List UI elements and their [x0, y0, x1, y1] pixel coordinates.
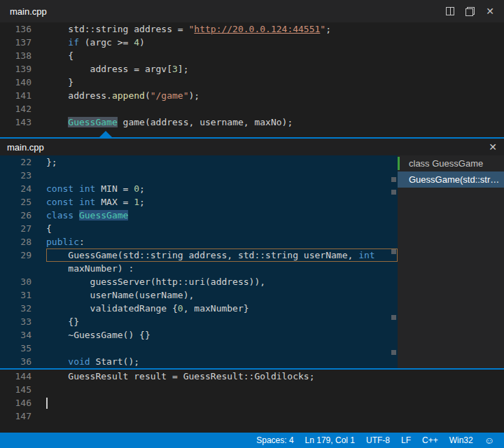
code-line[interactable]: 35 — [0, 342, 398, 355]
indentation-status[interactable]: Spaces: 4 — [251, 433, 299, 448]
code-text — [46, 383, 504, 396]
code-line[interactable]: 136 std::string address = "http://20.0.0… — [0, 22, 504, 36]
reference-constructor-guessgame[interactable]: GuessGame(std::str… — [398, 172, 504, 188]
code-line[interactable]: 142 — [0, 102, 504, 115]
overview-ruler-decoration — [391, 315, 396, 320]
code-text: address = argv[3]; — [46, 62, 504, 76]
code-text: public: — [46, 235, 398, 248]
reference-class-guessgame[interactable]: class GuessGame — [398, 155, 504, 172]
peek-anchor — [0, 129, 504, 137]
line-number[interactable]: 146 — [0, 396, 46, 410]
code-line[interactable]: 137 if (argc >= 4) — [0, 36, 504, 49]
code-line[interactable]: 145 — [0, 383, 504, 396]
editor-bottom-region[interactable]: 144 GuessResult result = GuessResult::Go… — [0, 370, 504, 423]
line-number[interactable]: 141 — [0, 89, 46, 102]
code-line[interactable]: 27{ — [0, 222, 398, 235]
code-text: const int MAX = 1; — [46, 195, 398, 209]
code-line[interactable]: 31 userName(userName), — [0, 288, 398, 302]
code-text: void Start(); — [46, 355, 398, 368]
editor-empty-area[interactable] — [0, 423, 504, 433]
pop-out-editor-icon[interactable] — [465, 7, 475, 16]
code-line[interactable]: 147 — [0, 410, 504, 423]
line-number[interactable]: 140 — [0, 76, 46, 89]
code-line[interactable]: maxNumber) : — [0, 262, 398, 275]
peek-body: 22};2324const int MIN = 0;25const int MA… — [0, 155, 504, 368]
overview-green-decoration — [398, 157, 400, 170]
code-text: validatedRange {0, maxNumber} — [46, 302, 398, 315]
line-number[interactable]: 142 — [0, 102, 46, 115]
line-number[interactable]: 27 — [0, 222, 46, 235]
line-number[interactable]: 33 — [0, 315, 46, 328]
editor-top-region[interactable]: 136 std::string address = "http://20.0.0… — [0, 22, 504, 129]
line-number[interactable]: 139 — [0, 62, 46, 76]
line-number[interactable]: 25 — [0, 195, 46, 209]
line-number[interactable]: 34 — [0, 328, 46, 342]
line-number[interactable]: 147 — [0, 410, 46, 423]
code-text — [46, 342, 398, 355]
editor-actions: ✕ — [446, 6, 504, 16]
line-number[interactable]: 26 — [0, 209, 46, 222]
code-line[interactable]: 138 { — [0, 49, 504, 62]
line-number[interactable] — [0, 262, 46, 275]
code-line[interactable]: 36 void Start(); — [0, 355, 398, 368]
code-line[interactable]: 143 GuessGame game(address, username, ma… — [0, 115, 504, 129]
line-number[interactable]: 137 — [0, 36, 46, 49]
code-line[interactable]: 30 guessServer(http::uri(address)), — [0, 275, 398, 288]
code-line[interactable]: 140 } — [0, 76, 504, 89]
code-line[interactable]: 141 address.append("/game"); — [0, 89, 504, 102]
code-text — [46, 396, 504, 410]
code-line[interactable]: 25const int MAX = 1; — [0, 195, 398, 209]
encoding-status[interactable]: UTF-8 — [360, 433, 396, 448]
line-number[interactable]: 145 — [0, 383, 46, 396]
line-number[interactable]: 22 — [0, 155, 46, 169]
line-number[interactable]: 36 — [0, 355, 46, 368]
code-text: GuessResult result = GuessResult::Goldil… — [46, 370, 504, 383]
code-line[interactable]: 23 — [0, 169, 398, 182]
code-line[interactable]: 32 validatedRange {0, maxNumber} — [0, 302, 398, 315]
line-number[interactable]: 35 — [0, 342, 46, 355]
code-line[interactable]: 146 — [0, 396, 504, 410]
line-number[interactable]: 144 — [0, 370, 46, 383]
line-number[interactable]: 29 — [0, 248, 46, 262]
code-line[interactable]: 29 GuessGame(std::string address, std::s… — [0, 248, 398, 262]
platform-configuration-status[interactable]: Win32 — [444, 433, 479, 448]
line-number[interactable]: 32 — [0, 302, 46, 315]
line-number[interactable]: 138 — [0, 49, 46, 62]
line-number[interactable]: 31 — [0, 288, 46, 302]
eol-sequence-status[interactable]: LF — [396, 433, 416, 448]
split-editor-icon[interactable] — [446, 7, 454, 15]
code-text: ~GuessGame() {} — [46, 328, 398, 342]
code-line[interactable]: 139 address = argv[3]; — [0, 62, 504, 76]
code-text: if (argc >= 4) — [46, 36, 504, 49]
code-text — [46, 410, 504, 423]
peek-editor[interactable]: 22};2324const int MIN = 0;25const int MA… — [0, 155, 398, 368]
code-line[interactable]: 26class GuessGame — [0, 209, 398, 222]
line-number[interactable]: 24 — [0, 182, 46, 195]
line-number[interactable]: 28 — [0, 235, 46, 248]
peek-title: main.cpp — [7, 142, 44, 153]
language-mode-status[interactable]: C++ — [416, 433, 444, 448]
line-number[interactable]: 30 — [0, 275, 46, 288]
code-text: { — [46, 222, 398, 235]
code-text: std::string address = "http://20.0.0.124… — [46, 22, 504, 36]
code-text: userName(userName), — [46, 288, 398, 302]
code-line[interactable]: 28public: — [0, 235, 398, 248]
close-editor-icon[interactable]: ✕ — [486, 6, 494, 16]
code-text: {} — [46, 315, 398, 328]
editor-title: main.cpp — [0, 6, 446, 17]
line-number[interactable]: 136 — [0, 22, 46, 36]
editor-title-bar: main.cpp ✕ — [0, 0, 504, 22]
line-number[interactable]: 143 — [0, 115, 46, 129]
code-text: } — [46, 76, 504, 89]
peek-references-list: class GuessGameGuessGame(std::str… — [398, 155, 504, 368]
code-line[interactable]: 144 GuessResult result = GuessResult::Go… — [0, 370, 504, 383]
peek-close-icon[interactable]: ✕ — [489, 141, 497, 153]
line-number[interactable]: 23 — [0, 169, 46, 182]
code-line[interactable]: 34 ~GuessGame() {} — [0, 328, 398, 342]
cursor-position[interactable]: Ln 179, Col 1 — [300, 433, 360, 448]
code-line[interactable]: 33 {} — [0, 315, 398, 328]
code-line[interactable]: 22}; — [0, 155, 398, 169]
code-text: address.append("/game"); — [46, 89, 504, 102]
code-line[interactable]: 24const int MIN = 0; — [0, 182, 398, 195]
feedback-smiley-icon[interactable]: ☺ — [479, 435, 500, 446]
